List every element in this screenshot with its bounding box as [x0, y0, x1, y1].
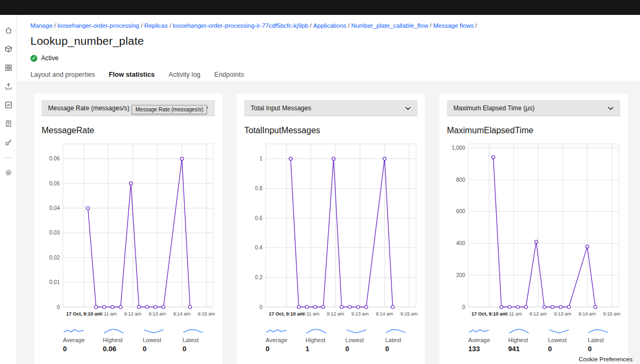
svg-text:9:15 am: 9:15 am — [401, 311, 418, 317]
sidebar-item-settings[interactable] — [4, 168, 13, 177]
stat-value: 941 — [508, 345, 541, 353]
sparkline-icon — [346, 327, 367, 335]
home-icon — [4, 26, 13, 35]
stat-latest: Latest0 — [182, 327, 215, 353]
stat-label: Highest — [508, 337, 541, 343]
stat-value: 0 — [266, 345, 298, 353]
svg-text:0.06: 0.06 — [50, 156, 60, 161]
sidebar-divider — [4, 157, 13, 158]
svg-text:9:12 am: 9:12 am — [124, 311, 142, 317]
metric-dropdown[interactable]: Maximum Elapsed Time (μs) — [447, 100, 620, 116]
chart-card-total-input-messages: Total Input Messages TotalInputMessages … — [237, 94, 425, 364]
catalog-icon — [4, 119, 13, 128]
chart-title: MessageRate — [42, 126, 215, 135]
sparkline-icon — [143, 327, 164, 335]
sparkline-icon — [588, 327, 609, 335]
metric-dropdown-label: Total Input Messages — [251, 104, 311, 112]
stat-value: 0 — [548, 345, 581, 353]
stat-label: Lowest — [143, 337, 175, 343]
svg-text:0.4: 0.4 — [255, 245, 262, 250]
svg-text:9:15 am: 9:15 am — [198, 311, 215, 317]
stat-value: 0.06 — [103, 345, 135, 353]
tab-layout-and-properties[interactable]: Layout and properties — [23, 68, 102, 83]
svg-text:9:15 am: 9:15 am — [603, 311, 620, 317]
stat-value: 0 — [346, 345, 378, 353]
breadcrumb-link[interactable]: Manage — [30, 22, 53, 29]
breadcrumb-separator: / — [53, 22, 58, 29]
stat-value: 0 — [182, 345, 215, 353]
stat-latest: Latest0 — [588, 327, 620, 353]
gear-icon — [4, 168, 13, 177]
deploy-upload-icon — [4, 82, 13, 91]
stat-label: Highest — [306, 337, 338, 343]
stat-value: 133 — [468, 345, 501, 353]
breadcrumb-separator: / — [308, 22, 313, 29]
breadcrumb-link[interactable]: loosehanger-order-processing — [58, 22, 139, 29]
sidebar-item-credentials[interactable] — [4, 137, 13, 147]
sidebar-item-applications[interactable] — [4, 63, 13, 72]
chevron-down-icon — [405, 106, 411, 110]
svg-text:9:12 am: 9:12 am — [530, 311, 547, 317]
instances-icon — [4, 45, 13, 53]
breadcrumb-separator: / — [428, 22, 433, 29]
flow-statistics-panel: Message Rate (messages/s) MessageRate 00… — [17, 81, 640, 364]
sidebar-item-home[interactable] — [4, 26, 13, 35]
svg-text:0.6: 0.6 — [255, 215, 262, 221]
dropdown-tooltip: Message Rate (messages/s) — [132, 105, 207, 114]
main-area: Manage/loosehanger-order-processing/Repl… — [17, 15, 640, 364]
svg-text:9:11 am: 9:11 am — [505, 311, 522, 317]
sparkline-icon — [385, 327, 406, 335]
stat-lowest: Lowest0 — [346, 327, 378, 353]
chart-card-message-rate: Message Rate (messages/s) MessageRate 00… — [34, 94, 222, 364]
chevron-down-icon — [607, 106, 614, 110]
left-sidebar — [0, 15, 17, 364]
svg-text:9:13 am: 9:13 am — [554, 311, 572, 317]
svg-text:9:14 am: 9:14 am — [579, 311, 596, 317]
cookie-preferences-link[interactable]: Cookie Preferences — [579, 356, 633, 362]
stat-label: Latest — [588, 337, 620, 343]
line-chart-icon — [4, 101, 13, 109]
svg-text:9:13 am: 9:13 am — [149, 311, 166, 317]
sparkline-icon — [103, 327, 124, 335]
sparkline-icon — [548, 327, 570, 335]
stat-value: 0 — [63, 345, 95, 353]
breadcrumb: Manage/loosehanger-order-processing/Repl… — [30, 22, 640, 29]
sidebar-item-instances[interactable] — [4, 44, 13, 54]
breadcrumb-separator: / — [474, 22, 478, 29]
sidebar-item-dashboard[interactable] — [4, 100, 13, 110]
tab-flow-statistics[interactable]: Flow statistics — [102, 68, 162, 83]
svg-text:9:11 am: 9:11 am — [302, 311, 319, 317]
svg-text:17 Oct, 9:10 am: 17 Oct, 9:10 am — [471, 311, 507, 317]
tab-endpoints[interactable]: Endpoints — [207, 68, 251, 83]
breadcrumb-link[interactable]: Message flows — [433, 22, 474, 29]
tab-activity-log[interactable]: Activity log — [162, 68, 207, 83]
breadcrumb-link[interactable]: loosehanger-order-processing-ir-77cdf5bc… — [173, 22, 308, 29]
breadcrumb-link[interactable]: Replicas — [144, 22, 167, 29]
svg-text:0: 0 — [462, 304, 465, 310]
status-badge: ✓ Active — [30, 54, 640, 62]
svg-text:0.04: 0.04 — [50, 205, 60, 211]
breadcrumb-link[interactable]: Applications — [313, 22, 346, 29]
svg-text:17 Oct, 9:10 am: 17 Oct, 9:10 am — [269, 311, 304, 317]
line-chart: 00.010.020.030.040.050.0617 Oct, 9:10 am… — [42, 139, 215, 326]
status-label: Active — [41, 54, 59, 62]
svg-text:400: 400 — [456, 240, 465, 246]
breadcrumb-link[interactable]: Number_plate_callable_flow — [351, 22, 428, 29]
stat-lowest: Lowest0 — [143, 327, 175, 353]
metric-dropdown[interactable]: Total Input Messages — [244, 100, 418, 116]
sidebar-item-deploy[interactable] — [4, 82, 13, 91]
stat-average: Average0 — [266, 327, 298, 353]
chart-title: MaximumElapsedTime — [447, 126, 620, 135]
breadcrumb-separator: / — [168, 22, 173, 29]
sparkline-icon — [266, 327, 287, 335]
stat-average: Average133 — [468, 327, 501, 353]
svg-text:200: 200 — [456, 272, 465, 278]
applications-grid-icon — [4, 63, 13, 72]
stat-value: 0 — [385, 345, 418, 353]
page-title: Lookup_number_plate — [30, 35, 640, 47]
sidebar-item-catalog[interactable] — [4, 119, 13, 128]
svg-text:0.2: 0.2 — [255, 274, 262, 280]
stat-value: 1 — [306, 345, 338, 353]
stat-label: Average — [468, 337, 501, 343]
stat-label: Lowest — [548, 337, 581, 343]
